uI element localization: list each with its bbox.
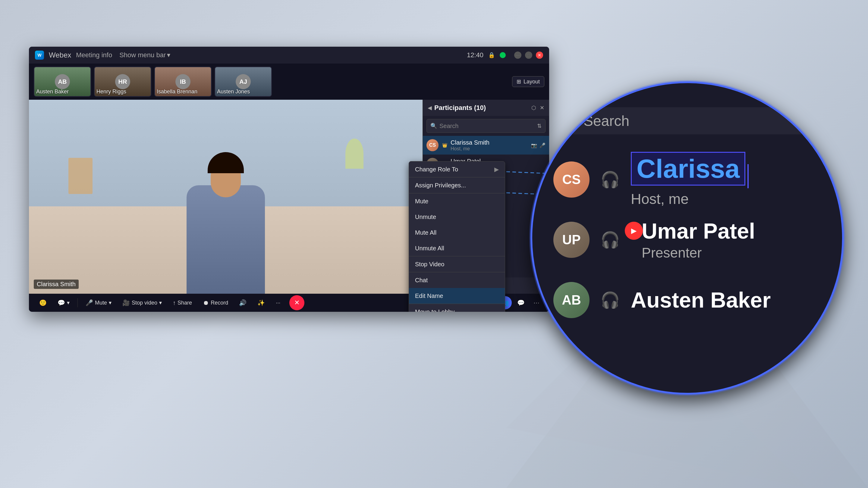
panel-collapse-btn[interactable]: ◀ bbox=[428, 104, 432, 111]
magnified-headset-umar: 🎧 bbox=[600, 231, 620, 249]
context-menu: Change Role To ▶ Assign Privileges... Mu… bbox=[409, 161, 505, 312]
record-icon: ⏺ bbox=[203, 299, 209, 306]
noise-button[interactable]: 🔊 bbox=[235, 297, 251, 309]
magnified-avatar-clarissa: CS bbox=[553, 161, 590, 198]
show-menu-bar-btn[interactable]: Show menu bar ▾ bbox=[119, 51, 170, 59]
thumbnail-isabella-brennan[interactable]: IB Isabella Brennan bbox=[154, 67, 212, 97]
speaker-label: Clarissa Smith bbox=[34, 280, 79, 289]
more-button[interactable]: ··· bbox=[272, 297, 284, 308]
meeting-info-btn[interactable]: Meeting info bbox=[76, 51, 112, 59]
webex-window: W Webex Meeting info Show menu bar ▾ 12:… bbox=[29, 47, 549, 312]
context-change-role[interactable]: Change Role To ▶ bbox=[409, 161, 505, 177]
webex-logo: W bbox=[35, 51, 44, 60]
participant-name: Clarissa Smith bbox=[451, 139, 528, 146]
participant-avatar-clarissa: CS bbox=[427, 139, 438, 151]
effects-icon: ✨ bbox=[257, 299, 265, 306]
close-button[interactable]: ✕ bbox=[536, 52, 543, 59]
thumbnail-label: Austen Jones bbox=[217, 89, 250, 95]
submenu-arrow: ▶ bbox=[494, 166, 499, 173]
thumbnail-austen-jones[interactable]: AJ Austen Jones bbox=[215, 67, 272, 97]
context-unmute-all[interactable]: Unmute All bbox=[409, 240, 505, 256]
participant-role: Host, me bbox=[451, 146, 528, 152]
record-button[interactable]: ⏺ Record bbox=[198, 297, 232, 309]
status-dot bbox=[500, 52, 506, 58]
camera-icon: 📷 bbox=[531, 142, 537, 148]
noise-icon: 🔊 bbox=[239, 299, 247, 306]
text-cursor bbox=[747, 164, 749, 188]
magnified-participant-umar: UP 🎧 ▶ Umar Patel Presenter bbox=[553, 210, 821, 270]
title-bar: W Webex Meeting info Show menu bar ▾ 12:… bbox=[29, 47, 549, 64]
context-assign-privileges[interactable]: Assign Privileges... bbox=[409, 177, 505, 193]
settings-button[interactable]: ⋯ bbox=[530, 296, 543, 310]
toolbar-separator bbox=[78, 298, 78, 307]
chat-icon: 💬 bbox=[58, 299, 65, 306]
sort-icon[interactable]: ⇅ bbox=[537, 123, 541, 129]
presenter-icon: ▶ bbox=[625, 222, 643, 240]
thumbnails-row: AB Austen Baker HR Henry Riggs IB Isabel… bbox=[29, 64, 549, 100]
mic-icon: 🎤 bbox=[539, 142, 546, 148]
stop-video-button[interactable]: 🎥 Stop video ▾ bbox=[118, 297, 166, 309]
panel-close-icon[interactable]: ✕ bbox=[540, 104, 544, 111]
context-mute[interactable]: Mute bbox=[409, 193, 505, 209]
app-name: Webex bbox=[49, 51, 71, 59]
magnified-circle: 🔍 Search CS 🎧 Clarissa Host, me UP 🎧 ▶ bbox=[530, 82, 844, 395]
effects-button[interactable]: ✨ bbox=[253, 297, 269, 309]
video-icon: 🎥 bbox=[122, 299, 130, 306]
magnified-info-clarissa: Clarissa Host, me bbox=[631, 152, 749, 207]
security-icon: 🔒 bbox=[488, 52, 495, 59]
maximize-button[interactable]: □ bbox=[525, 52, 532, 59]
panel-popout-icon[interactable]: ⬡ bbox=[531, 104, 536, 111]
participant-item-clarissa[interactable]: CS 👑 Clarissa Smith Host, me 📷 🎤 bbox=[423, 136, 549, 155]
magnified-headset-austen: 🎧 bbox=[600, 291, 620, 310]
messages-button[interactable]: 💬 bbox=[514, 296, 527, 310]
video-area: Clarissa Smith bbox=[29, 100, 423, 294]
thumbnail-henry-riggs[interactable]: HR Henry Riggs bbox=[94, 67, 151, 97]
magnified-text-umar: Umar Patel Presenter bbox=[642, 219, 755, 261]
magnified-search-text: Search bbox=[584, 113, 629, 129]
emoji-icon: 🙂 bbox=[39, 299, 47, 306]
context-mute-all[interactable]: Mute All bbox=[409, 225, 505, 240]
end-call-button[interactable]: ✕ bbox=[289, 295, 304, 310]
layout-button[interactable]: ⊞ Layout bbox=[512, 76, 544, 87]
thumbnail-label: Isabella Brennan bbox=[157, 89, 197, 95]
search-bar: 🔍 Search ⇅ bbox=[427, 119, 546, 133]
magnified-participant-clarissa: CS 🎧 Clarissa Host, me bbox=[553, 150, 821, 210]
minimize-button[interactable]: — bbox=[514, 52, 521, 59]
thumbnail-label: Austen Baker bbox=[36, 89, 69, 95]
window-controls: — □ ✕ bbox=[514, 52, 543, 59]
magnified-role-umar: Presenter bbox=[642, 245, 755, 261]
participant-info-clarissa: Clarissa Smith Host, me bbox=[451, 139, 528, 152]
magnified-name-austen: Austen Baker bbox=[631, 288, 771, 313]
context-stop-video[interactable]: Stop Video bbox=[409, 256, 505, 272]
chat-button[interactable]: 💬 ▾ bbox=[53, 297, 74, 309]
panel-header: ◀ Participants (10) ⬡ ✕ bbox=[423, 100, 549, 116]
magnified-avatar-austen: AB bbox=[553, 282, 590, 318]
context-unmute[interactable]: Unmute bbox=[409, 209, 505, 225]
context-move-to-lobby[interactable]: Move to Lobby bbox=[409, 304, 505, 312]
host-indicator: 👑 bbox=[441, 143, 447, 148]
magnified-name-umar: Umar Patel bbox=[642, 219, 755, 243]
context-chat[interactable]: Chat bbox=[409, 272, 505, 288]
search-icon: 🔍 bbox=[430, 123, 437, 129]
thumbnail-label: Henry Riggs bbox=[96, 89, 126, 95]
title-bar-icons: 🔒 bbox=[488, 52, 506, 59]
share-icon: ↑ bbox=[173, 299, 176, 306]
panel-title: Participants (10) bbox=[434, 104, 529, 112]
search-input[interactable]: Search bbox=[439, 123, 535, 130]
mute-button[interactable]: 🎤 Mute ▾ bbox=[82, 297, 116, 309]
magnified-headset-clarissa: 🎧 bbox=[600, 170, 620, 189]
magnified-text-austen: Austen Baker bbox=[631, 288, 771, 313]
participant-icons-clarissa: 📷 🎤 bbox=[531, 142, 546, 148]
mic-icon: 🎤 bbox=[86, 299, 93, 306]
thumbnail-austen-baker[interactable]: AB Austen Baker bbox=[34, 67, 91, 97]
magnified-participant-austen: AB 🎧 Austen Baker bbox=[553, 270, 821, 330]
share-button[interactable]: ↑ Share bbox=[168, 297, 196, 309]
magnified-avatar-umar: UP bbox=[553, 222, 590, 258]
magnified-name-editing: Clarissa bbox=[631, 152, 749, 189]
clock: 12:40 bbox=[467, 51, 484, 59]
magnified-role-clarissa: Host, me bbox=[631, 191, 749, 207]
context-edit-name[interactable]: Edit Name bbox=[409, 288, 505, 304]
emoji-button[interactable]: 🙂 bbox=[35, 297, 51, 309]
